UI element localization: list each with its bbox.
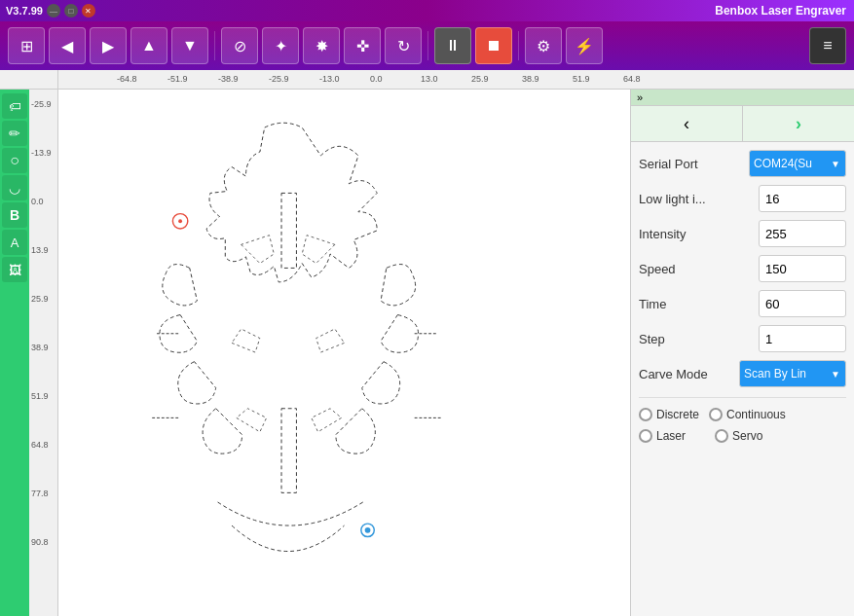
ruler-h-label-3: -25.9	[269, 74, 289, 84]
carve-mode-select-wrap: Scan By Lin Scan By Col Vector ▼	[739, 360, 846, 387]
menu-button[interactable]: ≡	[809, 27, 846, 64]
step-label: Step	[639, 332, 759, 346]
titlebar-controls: — □ ✕	[47, 4, 95, 18]
ruler-h-label-5: 0.0	[370, 74, 383, 84]
laser-radio-item[interactable]: Laser	[639, 429, 686, 443]
image-tool-button[interactable]: 🖼	[2, 257, 27, 282]
ruler-corner	[0, 70, 58, 89]
canvas-svg[interactable]	[58, 90, 630, 616]
low-light-label: Low light i...	[639, 192, 759, 206]
panel-fields: Serial Port COM24(Su COM1 COM2 COM3 ▼ Lo…	[631, 142, 854, 616]
left-sidebar: 🏷 ✏ ○ ◡ B A 🖼	[0, 90, 29, 616]
svg-rect-3	[281, 409, 296, 493]
ruler-h-label-7: 25.9	[471, 74, 489, 84]
crosshair-dot	[178, 219, 182, 223]
low-light-row: Low light i...	[639, 185, 846, 212]
text-tool-button[interactable]: A	[2, 230, 27, 255]
ruler-h-label-2: -38.9	[218, 74, 239, 84]
continuous-radio-item[interactable]: Continuous	[709, 408, 786, 421]
laser-radio-button[interactable]	[639, 429, 652, 443]
layers-button[interactable]: ⊞	[8, 27, 45, 64]
canvas-content[interactable]	[58, 90, 630, 616]
low-light-input[interactable]	[759, 185, 846, 212]
intensity-input[interactable]	[759, 220, 846, 247]
ruler-h-label-9: 51.9	[573, 74, 590, 84]
carve-mode-row: Carve Mode Scan By Lin Scan By Col Vecto…	[639, 360, 846, 387]
panel-nav-left[interactable]: ‹	[631, 106, 743, 141]
main-area: 🏷 ✏ ○ ◡ B A 🖼 -25.9 -13.9 0.0 13.9 25.9 …	[0, 90, 854, 616]
step-input[interactable]	[759, 325, 846, 352]
minimize-button[interactable]: —	[47, 4, 60, 18]
time-label: Time	[639, 297, 759, 311]
continuous-radio-label: Continuous	[726, 408, 786, 421]
speed-row: Speed	[639, 255, 846, 282]
carve-mode-label: Carve Mode	[639, 367, 739, 381]
intensity-row: Intensity	[639, 220, 846, 247]
sep3	[518, 31, 519, 60]
down-button[interactable]: ▼	[171, 27, 208, 64]
sep1	[214, 31, 215, 60]
discrete-radio-button[interactable]	[639, 408, 652, 421]
tag-tool-button[interactable]: 🏷	[2, 93, 27, 119]
serial-port-select-wrap: COM24(Su COM1 COM2 COM3 ▼	[749, 150, 846, 177]
svg-point-1	[365, 527, 371, 533]
ruler-vertical: -25.9 -13.9 0.0 13.9 25.9 38.9 51.9 64.8…	[29, 90, 58, 616]
ruler-h-label-1: -51.9	[167, 74, 188, 84]
carve-mode-select[interactable]: Scan By Lin Scan By Col Vector	[739, 360, 846, 387]
ruler-h-label-6: 13.0	[421, 74, 438, 84]
time-input[interactable]	[759, 290, 846, 317]
cancel-button[interactable]: ⊘	[221, 27, 258, 64]
canvas-area[interactable]: -25.9 -13.9 0.0 13.9 25.9 38.9 51.9 64.8…	[29, 90, 630, 616]
servo-radio-label: Servo	[732, 429, 762, 443]
bold-tool-button[interactable]: B	[2, 202, 27, 228]
move-button[interactable]: ✜	[344, 27, 381, 64]
svg-rect-2	[281, 193, 296, 268]
ruler-h-label-0: -64.8	[117, 74, 137, 84]
maximize-button[interactable]: □	[64, 4, 78, 18]
circle-tool-button[interactable]: ○	[2, 148, 27, 173]
prev-button[interactable]: ◀	[49, 27, 86, 64]
pause-button[interactable]: ⏸	[434, 27, 471, 64]
panel-nav-right[interactable]: ›	[743, 106, 854, 141]
laser-radio-label: Laser	[656, 429, 686, 443]
ruler-h-label-4: -13.0	[319, 74, 340, 84]
continuous-radio-button[interactable]	[709, 408, 723, 421]
serial-port-select[interactable]: COM24(Su COM1 COM2 COM3	[749, 150, 846, 177]
ruler-h-label-8: 38.9	[522, 74, 539, 84]
intensity-label: Intensity	[639, 227, 759, 241]
next-button[interactable]: ▶	[90, 27, 127, 64]
close-button[interactable]: ✕	[82, 4, 95, 18]
sep2	[427, 31, 428, 60]
sparkle-button[interactable]: ✸	[303, 27, 340, 64]
version-label: V3.7.99	[6, 5, 43, 17]
up-button[interactable]: ▲	[130, 27, 167, 64]
mode-radio-group: Discrete Continuous	[639, 408, 846, 421]
discrete-radio-item[interactable]: Discrete	[639, 408, 699, 421]
speed-label: Speed	[639, 262, 759, 276]
servo-radio-button[interactable]	[715, 429, 728, 443]
titlebar: V3.7.99 — □ ✕ Benbox Laser Engraver	[0, 0, 854, 21]
right-panel: » ‹ › Serial Port COM24(Su COM1 COM2 COM…	[630, 90, 854, 616]
time-row: Time	[639, 290, 846, 317]
ruler-h-label-10: 64.8	[623, 74, 641, 84]
type-radio-group: Laser Servo	[639, 429, 846, 443]
settings2-button[interactable]: ⚙	[525, 27, 562, 64]
panel-toggle-button[interactable]: »	[631, 90, 854, 106]
ruler-horizontal: -64.8 -51.9 -38.9 -25.9 -13.0 0.0 13.0 2…	[117, 70, 854, 90]
toolbar: ⊞ ◀ ▶ ▲ ▼ ⊘ ✦ ✸ ✜ ↻ ⏸ ⏹ ⚙ ⚡ ≡	[0, 21, 854, 70]
titlebar-left: V3.7.99 — □ ✕	[6, 4, 95, 18]
stop-button[interactable]: ⏹	[475, 27, 512, 64]
app-title: Benbox Laser Engraver	[715, 4, 846, 18]
refresh-button[interactable]: ↻	[385, 27, 422, 64]
speed-input[interactable]	[759, 255, 846, 282]
step-row: Step	[639, 325, 846, 352]
arc-tool-button[interactable]: ◡	[2, 175, 27, 200]
serial-port-label: Serial Port	[639, 157, 749, 171]
settings-button[interactable]: ✦	[262, 27, 299, 64]
pen-tool-button[interactable]: ✏	[2, 121, 27, 146]
discrete-radio-label: Discrete	[656, 408, 699, 421]
servo-radio-item[interactable]: Servo	[715, 429, 762, 443]
panel-nav: ‹ ›	[631, 106, 854, 142]
serial-port-row: Serial Port COM24(Su COM1 COM2 COM3 ▼	[639, 150, 846, 177]
flash-button[interactable]: ⚡	[566, 27, 603, 64]
